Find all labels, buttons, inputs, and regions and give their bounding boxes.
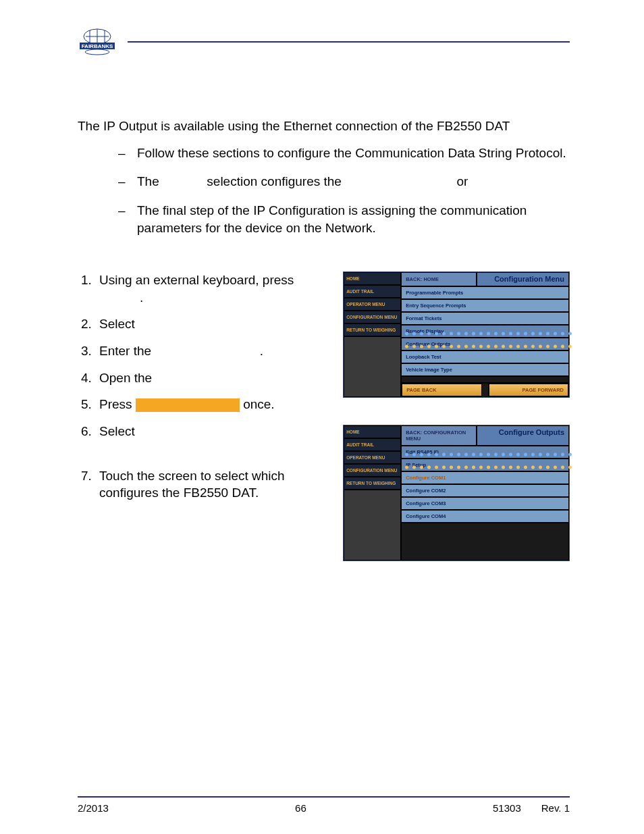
row-ip-setup[interactable]: IP Setup xyxy=(401,459,569,471)
page-forward-button[interactable]: PAGE FORWARD xyxy=(489,384,568,396)
row-edit-rs485[interactable]: Edit RS485 ID xyxy=(401,446,569,459)
bullet-3: The final step of the IP Configuration i… xyxy=(118,202,570,238)
bullet-list: Follow these sections to configure the C… xyxy=(78,145,570,238)
panel2-gap xyxy=(401,523,569,561)
row-com2[interactable]: Configure COM2 xyxy=(401,484,569,497)
step-6: Select xyxy=(95,423,329,440)
row-com3[interactable]: Configure COM3 xyxy=(401,497,569,510)
footer-rev: Rev. 1 xyxy=(541,802,570,814)
row-loopback[interactable]: Loopback Test xyxy=(401,350,569,363)
step-5a: Press xyxy=(99,397,132,411)
screenshot-configure-outputs: HOME AUDIT TRAIL OPERATOR MENU CONFIGURA… xyxy=(343,425,570,561)
footer: 2/2013 66 51303 Rev. 1 xyxy=(78,802,570,814)
row-prog-prompts[interactable]: Programmable Prompts xyxy=(401,286,569,299)
logo-text: FAIRBANKS xyxy=(82,43,113,49)
bullet-2c: or xyxy=(457,174,468,188)
bullet-2b: selection configures the xyxy=(207,174,342,188)
footer-rule xyxy=(78,796,570,798)
row-configure-outputs[interactable]: Configure Outputs xyxy=(401,338,569,350)
side-return[interactable]: RETURN TO WEIGHING xyxy=(344,323,401,336)
side-operator[interactable]: OPERATOR MENU xyxy=(344,298,401,311)
side-audit[interactable]: AUDIT TRAIL xyxy=(344,285,401,298)
intro-text: The IP Output is available using the Eth… xyxy=(78,118,570,135)
step-3: Enter the . xyxy=(95,342,329,360)
panel1-gap xyxy=(401,376,569,383)
side2-filler xyxy=(344,490,401,561)
footer-page: 66 xyxy=(295,802,306,814)
step-1-dot: . xyxy=(140,290,143,305)
header-row: FAIRBANKS xyxy=(78,27,570,57)
row-format-tickets[interactable]: Format Tickets xyxy=(401,312,569,325)
side-config[interactable]: CONFIGURATION MENU xyxy=(344,311,401,323)
side2-operator[interactable]: OPERATOR MENU xyxy=(344,451,401,464)
fairbanks-logo: FAIRBANKS xyxy=(78,27,117,57)
side2-config[interactable]: CONFIGURATION MENU xyxy=(344,464,401,477)
screenshot-config-menu: HOME AUDIT TRAIL OPERATOR MENU CONFIGURA… xyxy=(343,271,570,398)
svg-point-4 xyxy=(85,49,109,55)
nav-spacer xyxy=(482,384,489,396)
step-7: Touch the screen to select which configu… xyxy=(95,467,329,502)
step-2: Select xyxy=(95,315,329,333)
row-entry-seq[interactable]: Entry Sequence Prompts xyxy=(401,299,569,312)
side2-audit[interactable]: AUDIT TRAIL xyxy=(344,438,401,451)
header-rule xyxy=(128,41,570,43)
back-home-button[interactable]: BACK: HOME xyxy=(401,272,477,286)
panel1-title: Configuration Menu xyxy=(477,272,569,286)
side-filler xyxy=(344,336,401,397)
bullet-2: The selection configures the or xyxy=(118,173,570,191)
highlight-button xyxy=(136,398,240,412)
back-config-button[interactable]: BACK: CONFIGURATION MENU xyxy=(401,425,477,446)
step-1-text: Using an external keyboard, press xyxy=(99,273,294,287)
row-vehicle-image[interactable]: Vehicle Image Type xyxy=(401,363,569,376)
bullet-2a: The xyxy=(137,174,159,188)
step-4: Open the xyxy=(95,369,329,387)
side-home[interactable]: HOME xyxy=(344,272,401,285)
row-com1[interactable]: Configure COM1 xyxy=(401,471,569,484)
footer-date: 2/2013 xyxy=(78,802,109,814)
side2-home[interactable]: HOME xyxy=(344,425,401,438)
footer-doc: 51303 xyxy=(493,802,521,814)
row-remote-display[interactable]: Remote Display xyxy=(401,325,569,338)
step-3b: . xyxy=(260,344,263,358)
page-back-button[interactable]: PAGE BACK xyxy=(402,384,481,396)
panel2-title: Configure Outputs xyxy=(477,425,569,446)
bullet-1: Follow these sections to configure the C… xyxy=(118,145,570,163)
step-3a: Enter the xyxy=(99,344,151,358)
steps-column: Using an external keyboard, press . Sele… xyxy=(78,271,329,511)
side2-return[interactable]: RETURN TO WEIGHING xyxy=(344,477,401,490)
step-5b: once. xyxy=(243,397,274,411)
step-1: Using an external keyboard, press . xyxy=(95,271,329,306)
row-com4[interactable]: Configure COM4 xyxy=(401,510,569,523)
step-5: Press once. xyxy=(95,396,329,413)
